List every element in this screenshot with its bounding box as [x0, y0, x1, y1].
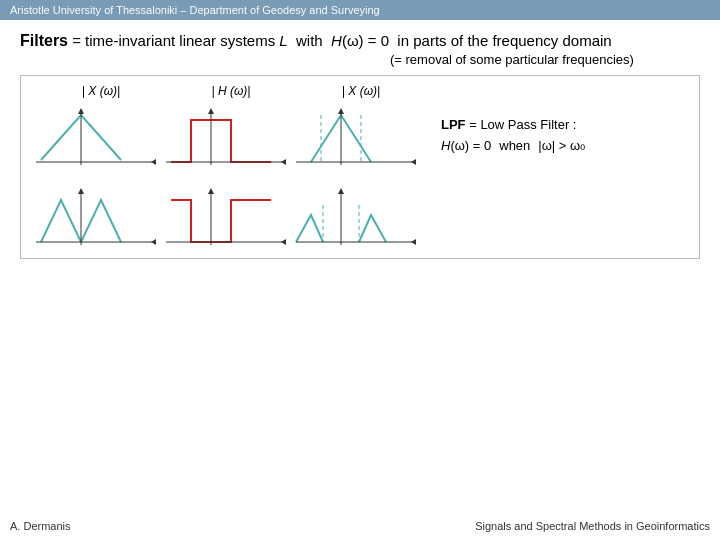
lpf-label-row: LPF = Low Pass Filter :	[441, 117, 689, 132]
subtitle: (= removal of some particular frequencie…	[390, 52, 700, 67]
filters-label: Filters	[20, 32, 68, 49]
input-triangle-svg	[31, 100, 161, 170]
output-triangle-svg	[291, 100, 421, 170]
top-diagram-row: LPF = Low Pass Filter : H(ω) = 0 when |ω…	[31, 100, 689, 170]
diagrams-section: | X (ω)| | H (ω)| | X (ω)|	[20, 75, 700, 259]
filter-rect-svg	[161, 100, 291, 170]
label-x-output: | X (ω)|	[296, 84, 426, 98]
lpf-equals: = Low Pass Filter :	[469, 117, 576, 132]
description-text: = time-invariant linear systems L with H…	[72, 32, 611, 49]
svg-marker-17	[78, 188, 84, 194]
svg-marker-21	[208, 188, 214, 194]
label-h: | H (ω)|	[166, 84, 296, 98]
svg-marker-2	[151, 159, 156, 165]
bottom-diagram-row	[31, 180, 689, 250]
svg-marker-16	[151, 239, 156, 245]
lpf-condition: |ω| > ω₀	[538, 138, 585, 153]
svg-marker-20	[281, 239, 286, 245]
output-filtered-svg	[291, 180, 421, 250]
title-line: Filters = time-invariant linear systems …	[20, 30, 700, 52]
lpf-panel: LPF = Low Pass Filter : H(ω) = 0 when |ω…	[421, 117, 689, 153]
hpf-filter-svg	[161, 180, 291, 250]
svg-marker-13	[338, 108, 344, 114]
lpf-formula: H(ω) = 0	[441, 138, 491, 153]
svg-marker-6	[281, 159, 286, 165]
main-content: Filters = time-invariant linear systems …	[0, 20, 720, 269]
svg-marker-26	[411, 239, 416, 245]
svg-marker-27	[338, 188, 344, 194]
lpf-bold: LPF	[441, 117, 466, 132]
svg-marker-7	[208, 108, 214, 114]
lpf-formula-row: H(ω) = 0 when |ω| > ω₀	[441, 138, 689, 153]
label-x-input: | X (ω)|	[36, 84, 166, 98]
footer-author: A. Dermanis	[10, 520, 71, 532]
footer: A. Dermanis Signals and Spectral Methods…	[10, 520, 710, 532]
input-double-triangle-svg	[31, 180, 161, 250]
svg-marker-12	[411, 159, 416, 165]
svg-marker-3	[78, 108, 84, 114]
lpf-when: when	[499, 138, 530, 153]
column-labels: | X (ω)| | H (ω)| | X (ω)|	[36, 84, 689, 98]
header-text: Aristotle University of Thessaloniki – D…	[10, 4, 380, 16]
footer-course: Signals and Spectral Methods in Geoinfor…	[475, 520, 710, 532]
header-bar: Aristotle University of Thessaloniki – D…	[0, 0, 720, 20]
